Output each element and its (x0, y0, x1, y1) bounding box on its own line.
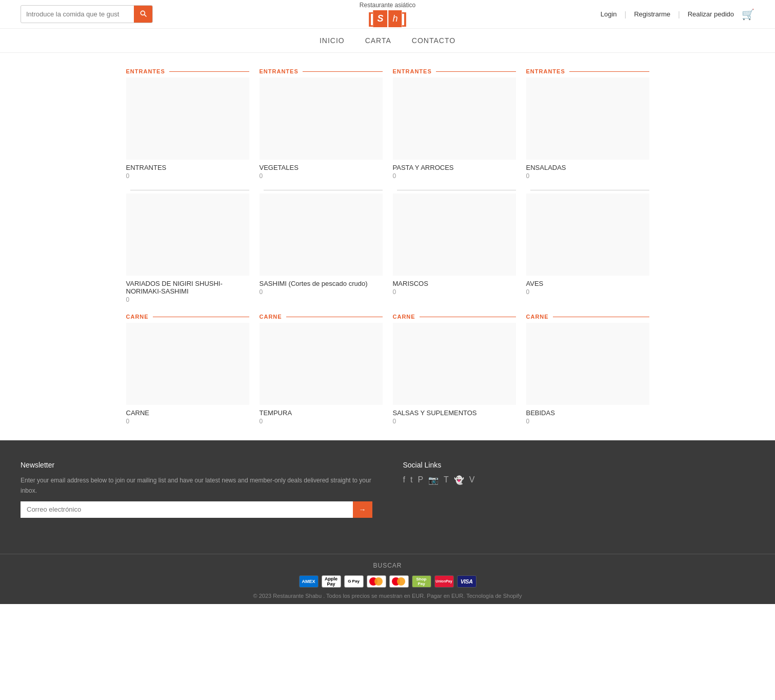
apple-pay-icon: Apple Pay (322, 575, 341, 588)
category-label-entrantes: ENTRANTES (126, 68, 249, 74)
copyright-text: © 2023 Restaurante Shabu . Todos los pre… (253, 593, 465, 599)
category-card-pasta[interactable]: ENTRANTES PASTA Y ARROCES 0 (393, 68, 516, 180)
category-image-entrantes (126, 77, 249, 160)
category-card-sashimi[interactable]: SASHIMI (Cortes de pescado crudo) 0 (260, 190, 383, 303)
footer-bottom: BUSCAR AMEX Apple Pay G Pay Shop Pay Uni… (0, 554, 775, 604)
label-line (420, 317, 516, 317)
category-card-vegetales[interactable]: ENTRANTES VEGETALES 0 (260, 68, 383, 180)
newsletter-input[interactable] (21, 501, 353, 518)
category-image-mariscos (393, 193, 516, 276)
mastercard-icon (389, 575, 409, 588)
twitter-link[interactable]: t (410, 475, 412, 485)
vimeo-link[interactable]: V (469, 475, 475, 485)
copyright: © 2023 Restaurante Shabu . Todos los pre… (21, 593, 754, 599)
label-line-gray (397, 190, 516, 190)
category-label-tempura: CARNE (260, 314, 383, 320)
category-card-aves[interactable]: AVES 0 (526, 190, 649, 303)
category-label-variados (126, 190, 249, 190)
category-name-pasta: PASTA Y ARROCES (393, 164, 516, 171)
logo-tagline: Restaurante asiático (360, 2, 415, 9)
category-label-carne: CARNE (126, 314, 249, 320)
nav-inicio[interactable]: INICIO (320, 36, 345, 45)
logo-right-block: h (389, 10, 402, 27)
register-link[interactable]: Registrarme (634, 10, 670, 18)
footer-top: Newsletter Enter your email address belo… (21, 461, 754, 518)
category-name-bebidas: BEBIDAS (526, 409, 649, 417)
search-input[interactable] (21, 7, 134, 22)
category-grid: ENTRANTES ENTRANTES 0 ENTRANTES VEGETALE… (126, 68, 649, 425)
category-name-variados: VARIADOS DE NIGIRI SHUSHI-NORIMAKI-SASHI… (126, 280, 249, 295)
login-link[interactable]: Login (601, 10, 617, 18)
category-name-vegetales: VEGETALES (260, 164, 383, 171)
category-name-entrantes: ENTRANTES (126, 164, 249, 171)
cart-icon[interactable]: 🛒 (742, 8, 754, 21)
main-nav: INICIO CARTA CONTACTO (0, 29, 775, 53)
category-count-sashimi: 0 (260, 288, 383, 296)
instagram-link[interactable]: 📷 (428, 475, 439, 485)
category-name-tempura: TEMPURA (260, 409, 383, 417)
category-image-sashimi (260, 193, 383, 276)
category-count-carne: 0 (126, 418, 249, 425)
logo[interactable]: Restaurante asiático [ S h ] (360, 2, 415, 27)
category-name-sashimi: SASHIMI (Cortes de pescado crudo) (260, 280, 383, 287)
category-label-bebidas: CARNE (526, 314, 649, 320)
shopify-link[interactable]: Tecnología de Shopify (466, 593, 522, 599)
footer: Newsletter Enter your email address belo… (0, 440, 775, 604)
category-label-sashimi (260, 190, 383, 190)
category-count-mariscos: 0 (393, 288, 516, 296)
shopay-icon: Shop Pay (412, 575, 431, 588)
logo-blocks: S h (373, 10, 402, 27)
nav-carta[interactable]: CARTA (365, 36, 391, 45)
category-card-bebidas[interactable]: CARNE BEBIDAS 0 (526, 314, 649, 425)
buscar-link[interactable]: BUSCAR (21, 562, 754, 569)
main-content: ENTRANTES ENTRANTES 0 ENTRANTES VEGETALE… (106, 53, 670, 440)
category-card-salsas[interactable]: CARNE SALSAS Y SUPLEMENTOS 0 (393, 314, 516, 425)
category-card-tempura[interactable]: CARNE TEMPURA 0 (260, 314, 383, 425)
category-count-vegetales: 0 (260, 172, 383, 180)
category-label-pasta: ENTRANTES (393, 68, 516, 74)
maestro-circles (369, 577, 384, 586)
category-image-carne (126, 323, 249, 405)
label-line (286, 317, 383, 317)
category-count-tempura: 0 (260, 418, 383, 425)
category-label-ensaladas: ENTRANTES (526, 68, 649, 74)
newsletter-title: Newsletter (21, 461, 372, 469)
category-card-ensaladas[interactable]: ENTRANTES ENSALADAS 0 (526, 68, 649, 180)
category-name-aves: AVES (526, 280, 649, 287)
visa-icon: VISA (457, 575, 476, 588)
nav-sep-2: | (678, 10, 680, 18)
category-image-tempura (260, 323, 383, 405)
category-image-aves (526, 193, 649, 276)
newsletter-submit[interactable]: → (353, 501, 372, 518)
newsletter-form: → (21, 501, 372, 518)
category-card-mariscos[interactable]: MARISCOS 0 (393, 190, 516, 303)
search-container (21, 5, 153, 23)
search-button[interactable] (134, 6, 152, 23)
newsletter-text: Enter your email address below to join o… (21, 475, 372, 496)
category-label-vegetales: ENTRANTES (260, 68, 383, 74)
category-card-carne[interactable]: CARNE CARNE 0 (126, 314, 249, 425)
category-name-salsas: SALSAS Y SUPLEMENTOS (393, 409, 516, 417)
category-count-salsas: 0 (393, 418, 516, 425)
category-label-mariscos (393, 190, 516, 190)
tumblr-link[interactable]: T (444, 475, 449, 485)
snapchat-link[interactable]: 👻 (454, 475, 464, 485)
category-card-variados[interactable]: VARIADOS DE NIGIRI SHUSHI-NORIMAKI-SASHI… (126, 190, 249, 303)
category-count-bebidas: 0 (526, 418, 649, 425)
category-count-aves: 0 (526, 288, 649, 296)
category-count-variados: 0 (126, 296, 249, 303)
label-line (436, 71, 516, 72)
payment-icons: AMEX Apple Pay G Pay Shop Pay UnionPay V… (21, 575, 754, 588)
category-name-mariscos: MARISCOS (393, 280, 516, 287)
category-label-aves (526, 190, 649, 190)
union-pay-icon: UnionPay (434, 575, 454, 588)
category-count-entrantes: 0 (126, 172, 249, 180)
facebook-link[interactable]: f (403, 475, 405, 485)
gpay-icon: G Pay (344, 575, 364, 588)
nav-contacto[interactable]: CONTACTO (412, 36, 455, 45)
label-line (569, 71, 649, 72)
pinterest-link[interactable]: P (418, 475, 423, 485)
order-link[interactable]: Realizar pedido (688, 10, 734, 18)
label-line-gray (130, 190, 249, 190)
category-card-entrantes[interactable]: ENTRANTES ENTRANTES 0 (126, 68, 249, 180)
